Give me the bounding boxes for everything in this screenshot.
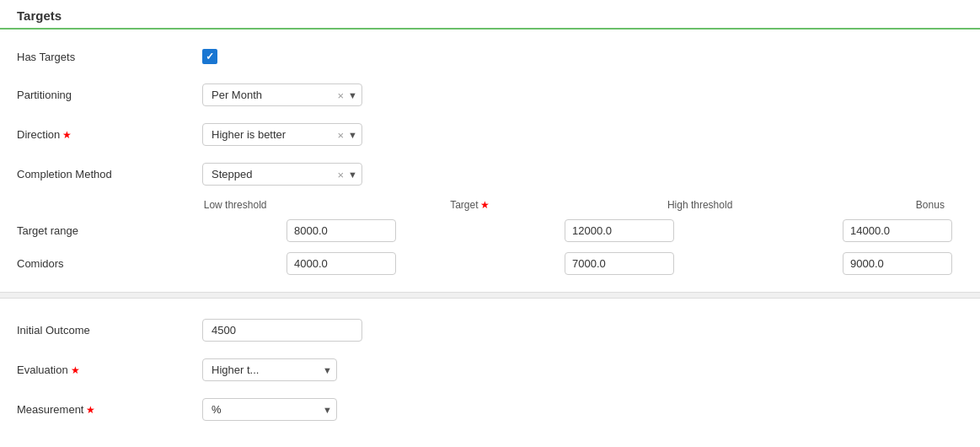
- page-container: Targets Has Targets Partitioning Per: [0, 0, 980, 447]
- measurement-row: Measurement ★ % Value ▼: [17, 390, 963, 429]
- has-targets-checkbox-wrapper: [202, 49, 217, 64]
- has-targets-label: Has Targets: [17, 51, 202, 63]
- initial-outcome-label: Initial Outcome: [17, 324, 202, 337]
- target-range-target-input[interactable]: [565, 219, 674, 242]
- completion-method-row: Completion Method Stepped Linear Binary …: [17, 154, 963, 194]
- measurement-control: % Value ▼: [202, 398, 963, 421]
- has-targets-control: [202, 49, 963, 64]
- col-high-threshold-header: High threshold: [667, 199, 733, 211]
- initial-outcome-row: Initial Outcome: [17, 310, 963, 350]
- measurement-select-wrapper: % Value ▼: [202, 398, 337, 421]
- comidors-high-col: [758, 252, 980, 275]
- completion-method-select-wrapper: Stepped Linear Binary × ▼: [202, 163, 362, 186]
- evaluation-select-wrapper: Higher t... Higher than Lower than ▼: [202, 358, 337, 381]
- target-range-row: Target range: [17, 214, 963, 247]
- direction-row: Direction ★ Higher is better Lower is be…: [17, 115, 963, 154]
- comidors-low-input[interactable]: [287, 252, 396, 275]
- partitioning-clear-icon[interactable]: ×: [337, 89, 344, 101]
- direction-select-wrapper: Higher is better Lower is better × ▼: [202, 123, 362, 146]
- evaluation-label: Evaluation ★: [17, 364, 202, 376]
- partitioning-select-wrapper: Per Month Per Quarter Per Year × ▼: [202, 83, 362, 106]
- section-divider: [0, 292, 980, 299]
- measurement-select[interactable]: % Value: [202, 398, 337, 421]
- target-range-inputs: [202, 219, 980, 242]
- form-body: Has Targets Partitioning Per Month Per Q…: [0, 30, 980, 288]
- completion-method-clear-icon[interactable]: ×: [337, 168, 344, 180]
- col-low-threshold-header: Low threshold: [202, 199, 268, 211]
- completion-method-label: Completion Method: [17, 168, 202, 180]
- section-title: Targets: [17, 8, 62, 23]
- partitioning-row: Partitioning Per Month Per Quarter Per Y…: [17, 75, 963, 115]
- has-targets-checkbox[interactable]: [202, 49, 217, 64]
- comidors-target-input[interactable]: [565, 252, 674, 275]
- comidors-target-col: [480, 252, 758, 275]
- evaluation-control: Higher t... Higher than Lower than ▼: [202, 358, 963, 381]
- direction-control: Higher is better Lower is better × ▼: [202, 123, 963, 146]
- direction-label: Direction ★: [17, 128, 202, 141]
- direction-required-star: ★: [62, 129, 72, 141]
- target-table-header: Low threshold Target ★ High threshold Bo…: [202, 194, 963, 214]
- target-range-low-input[interactable]: [287, 219, 396, 242]
- evaluation-select[interactable]: Higher t... Higher than Lower than: [202, 358, 337, 381]
- target-range-target-col: [480, 219, 758, 242]
- measurement-label: Measurement ★: [17, 403, 202, 416]
- evaluation-row: Evaluation ★ Higher t... Higher than Low…: [17, 350, 963, 390]
- comidors-inputs: [202, 252, 980, 275]
- target-range-label: Target range: [17, 224, 202, 237]
- target-range-high-input[interactable]: [843, 219, 952, 242]
- direction-clear-icon[interactable]: ×: [337, 128, 344, 141]
- target-range-high-col: [758, 219, 980, 242]
- comidors-label: Comidors: [17, 257, 202, 270]
- target-required-star: ★: [480, 199, 490, 211]
- has-targets-row: Has Targets: [17, 38, 963, 75]
- comidors-low-col: [202, 252, 480, 275]
- completion-method-control: Stepped Linear Binary × ▼: [202, 163, 963, 186]
- lower-form-body: Initial Outcome Evaluation ★ Higher t...…: [0, 302, 980, 438]
- partitioning-label: Partitioning: [17, 89, 202, 101]
- comidors-row: Comidors: [17, 247, 963, 280]
- measurement-required-star: ★: [86, 404, 95, 416]
- initial-outcome-input[interactable]: [202, 319, 362, 342]
- target-range-low-col: [202, 219, 480, 242]
- col-bonus-header: Bonus: [897, 199, 963, 211]
- evaluation-required-star: ★: [71, 364, 80, 376]
- partitioning-control: Per Month Per Quarter Per Year × ▼: [202, 83, 963, 106]
- initial-outcome-control: [202, 319, 963, 342]
- col-target-header: Target ★: [436, 199, 502, 211]
- section-header: Targets: [0, 0, 980, 30]
- comidors-high-input[interactable]: [843, 252, 952, 275]
